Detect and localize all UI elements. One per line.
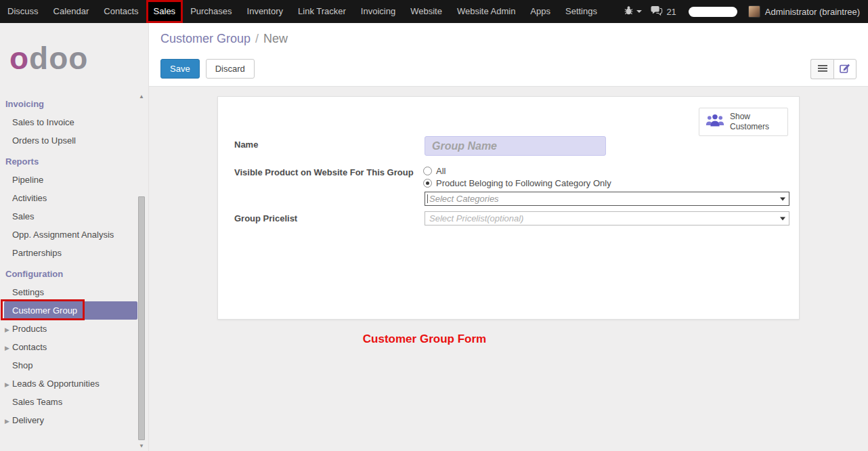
topbar-menu-contacts[interactable]: Contacts bbox=[96, 0, 146, 23]
breadcrumb-separator: / bbox=[251, 32, 263, 45]
sidebar-section-configuration: Configuration bbox=[0, 262, 148, 283]
chat-icon bbox=[650, 5, 663, 18]
radio-all-label: All bbox=[436, 166, 446, 176]
control-panel: Customer Group/New Save Discard bbox=[149, 23, 868, 87]
sidebar-scrollbar[interactable]: ▲ ▼ bbox=[137, 93, 146, 451]
sidebar-item-pipeline[interactable]: Pipeline bbox=[0, 171, 148, 189]
view-switcher bbox=[810, 59, 856, 79]
sidebar-item-leads-opportunities[interactable]: ▶Leads & Opportunities bbox=[0, 374, 148, 393]
dropdown-caret-icon bbox=[780, 197, 785, 200]
radio-option-all[interactable]: All bbox=[423, 165, 611, 177]
sidebar-item-sales-teams[interactable]: Sales Teams bbox=[0, 393, 148, 411]
sidebar-section-reports: Reports bbox=[0, 150, 148, 171]
radio-category-label: Product Beloging to Following Category O… bbox=[436, 178, 611, 188]
topbar-menu-inventory[interactable]: Inventory bbox=[240, 0, 290, 23]
topbar-menu-purchases[interactable]: Purchases bbox=[183, 0, 239, 23]
scroll-up-icon[interactable]: ▲ bbox=[137, 93, 146, 100]
main-area: Customer Group/New Save Discard bbox=[149, 23, 868, 451]
topbar: Discuss Calendar Contacts Sales Purchase… bbox=[0, 0, 868, 23]
topbar-menu-website-admin[interactable]: Website Admin bbox=[450, 0, 523, 23]
sidebar-item-contacts[interactable]: ▶Contacts bbox=[0, 338, 148, 356]
group-name-input[interactable] bbox=[425, 136, 606, 156]
scrollbar-thumb[interactable] bbox=[138, 196, 145, 440]
sidebar-item-delivery-label: Delivery bbox=[12, 415, 44, 425]
sidebar-item-leads-opportunities-label: Leads & Opportunities bbox=[12, 379, 100, 389]
users-icon bbox=[706, 113, 724, 131]
radio-category-icon[interactable] bbox=[423, 179, 432, 188]
sidebar-item-contacts-label: Contacts bbox=[12, 342, 47, 352]
caret-down-icon bbox=[636, 10, 642, 13]
systray: 21 Administrator (braintree) bbox=[615, 0, 868, 23]
form-view-button[interactable] bbox=[833, 59, 856, 79]
user-avatar[interactable] bbox=[748, 5, 760, 18]
sidebar-item-products[interactable]: ▶Products bbox=[0, 320, 148, 338]
pricelist-select-placeholder: Select Pricelist(optional) bbox=[429, 213, 523, 223]
breadcrumb-new: New bbox=[263, 32, 288, 45]
topbar-menu-settings[interactable]: Settings bbox=[558, 0, 605, 23]
sidebar-item-sales[interactable]: Sales bbox=[0, 207, 148, 226]
visible-product-radio-group: All Product Beloging to Following Catego… bbox=[423, 165, 611, 189]
pricelist-select[interactable]: Select Pricelist(optional) bbox=[425, 211, 789, 226]
sidebar-item-partnerships[interactable]: Partnerships bbox=[0, 244, 148, 262]
planner-progress-bar[interactable] bbox=[689, 7, 737, 17]
messages-menu[interactable]: 21 bbox=[650, 5, 676, 18]
sidebar-item-sales-to-invoice[interactable]: Sales to Invoice bbox=[0, 113, 148, 131]
sidebar-menu: Invoicing Sales to Invoice Orders to Ups… bbox=[0, 89, 148, 429]
odoo-logo-rest: doo bbox=[29, 41, 88, 76]
visible-product-field-label: Visible Product on Website For This Grou… bbox=[234, 167, 414, 177]
chevron-right-icon: ▶ bbox=[5, 380, 9, 390]
sidebar-item-orders-to-upsell[interactable]: Orders to Upsell bbox=[0, 131, 148, 150]
bug-icon bbox=[624, 5, 634, 18]
messages-count: 21 bbox=[666, 7, 676, 17]
chevron-right-icon: ▶ bbox=[5, 343, 9, 353]
sidebar-item-customer-group[interactable]: Customer Group bbox=[4, 301, 137, 320]
dropdown-caret-icon bbox=[780, 217, 785, 220]
name-field-label: Name bbox=[234, 139, 258, 150]
sidebar-item-customer-group-label: Customer Group bbox=[12, 305, 77, 316]
sidebar-item-delivery[interactable]: ▶Delivery bbox=[0, 411, 148, 429]
sidebar-item-products-label: Products bbox=[12, 324, 47, 334]
edit-icon bbox=[840, 63, 850, 76]
chevron-right-icon: ▶ bbox=[5, 416, 9, 427]
scroll-down-icon[interactable]: ▼ bbox=[137, 443, 146, 450]
text-cursor bbox=[427, 194, 428, 203]
topbar-menu-apps[interactable]: Apps bbox=[523, 0, 558, 23]
discard-button[interactable]: Discard bbox=[206, 59, 255, 79]
topbar-menu-sales[interactable]: Sales bbox=[146, 0, 183, 23]
breadcrumb: Customer Group/New bbox=[149, 23, 868, 46]
odoo-logo: odoo bbox=[0, 23, 148, 89]
debug-menu[interactable] bbox=[624, 5, 642, 18]
sidebar-item-settings[interactable]: Settings bbox=[0, 283, 148, 301]
show-customers-label: Show Customers bbox=[730, 112, 781, 132]
pricelist-field-label: Group Pricelist bbox=[234, 213, 297, 223]
annotation-caption: Customer Group Form bbox=[149, 332, 700, 346]
sidebar-item-shop[interactable]: Shop bbox=[0, 356, 148, 374]
odoo-logo-first-letter: o bbox=[9, 41, 29, 76]
topbar-menu-calendar[interactable]: Calendar bbox=[46, 0, 97, 23]
sidebar: odoo Invoicing Sales to Invoice Orders t… bbox=[0, 23, 149, 451]
topbar-menu-discuss[interactable]: Discuss bbox=[0, 0, 46, 23]
sidebar-item-activities[interactable]: Activities bbox=[0, 189, 148, 207]
save-button[interactable]: Save bbox=[160, 59, 200, 79]
sidebar-item-opp-assignment-analysis[interactable]: Opp. Assignment Analysis bbox=[0, 226, 148, 244]
list-icon bbox=[818, 63, 827, 75]
topbar-menu-invoicing[interactable]: Invoicing bbox=[353, 0, 403, 23]
breadcrumb-customer-group[interactable]: Customer Group bbox=[160, 32, 251, 45]
categories-select[interactable]: Select Categories bbox=[425, 192, 789, 206]
list-view-button[interactable] bbox=[810, 59, 833, 79]
show-customers-button[interactable]: Show Customers bbox=[699, 108, 788, 136]
topbar-menu-website[interactable]: Website bbox=[403, 0, 450, 23]
chevron-right-icon: ▶ bbox=[5, 325, 9, 335]
sidebar-section-invoicing: Invoicing bbox=[0, 92, 148, 113]
topbar-menu-link-tracker[interactable]: Link Tracker bbox=[290, 0, 353, 23]
radio-option-category[interactable]: Product Beloging to Following Category O… bbox=[423, 177, 611, 189]
action-buttons: Save Discard bbox=[160, 59, 255, 79]
user-menu[interactable]: Administrator (braintree) bbox=[765, 7, 860, 17]
form-sheet: Show Customers Name Visible Product on W… bbox=[217, 96, 800, 320]
radio-all-icon[interactable] bbox=[423, 167, 432, 175]
categories-select-placeholder: Select Categories bbox=[429, 194, 499, 204]
